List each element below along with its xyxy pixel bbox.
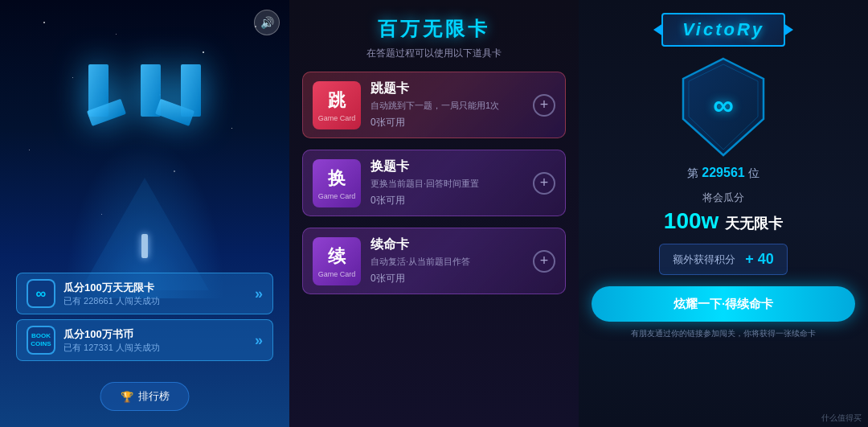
change-card-info: 换题卡 更换当前题目·回答时间重置 0张可用	[371, 158, 523, 207]
card2-title: 瓜分100万书币	[63, 327, 247, 342]
infinity-icon: ∞	[36, 285, 47, 302]
card2-subtitle: 已有 127331 人闯关成功	[63, 342, 247, 354]
prize-amount: 100w	[664, 208, 719, 233]
card1-subtitle: 已有 228661 人闯关成功	[63, 295, 247, 307]
card1-title: 瓜分100万天无限卡	[63, 281, 247, 295]
infinity-icon-box: ∞	[27, 279, 55, 308]
revive-card-count: 0张可用	[371, 272, 523, 285]
revive-card-desc: 自动复活·从当前题目作答	[371, 256, 523, 268]
speaker-button[interactable]: 🔊	[254, 10, 280, 35]
prize-value-display: 100w 天无限卡	[664, 208, 783, 234]
prize-value-text: 100w 天无限卡	[664, 208, 783, 233]
book-coins-icon: BOOKCOINS	[31, 332, 51, 347]
mid-title: 百万无限卡	[378, 16, 490, 42]
extra-score-box: 额外获得积分 + 40	[659, 244, 788, 275]
skip-card-icon-box: 跳 Game Card	[313, 81, 361, 129]
shield-container: ∞	[675, 55, 772, 159]
change-char: 换	[328, 166, 346, 191]
revive-card-name: 续命卡	[371, 236, 523, 253]
prize-suffix: 天无限卡	[725, 216, 783, 232]
revive-card-icon-box: 续 Game Card	[313, 237, 361, 285]
svg-text:∞: ∞	[713, 88, 734, 121]
action-btn-label: 炫耀一下·得续命卡	[674, 297, 773, 312]
speaker-icon: 🔊	[260, 16, 274, 29]
right-panel: VictoRy ∞ 第 229561 位 将会瓜分 100w	[579, 0, 868, 427]
arrow-icon: »	[255, 285, 263, 302]
skip-card-count: 0张可用	[371, 116, 523, 129]
change-card-icon-box: 换 Game Card	[313, 159, 361, 207]
rank-prefix: 第	[687, 166, 698, 179]
book-coin-button[interactable]: BOOKCOINS 瓜分100万书币 已有 127331 人闯关成功 »	[16, 319, 273, 361]
revive-card-label: Game Card	[318, 270, 356, 278]
skip-add-button[interactable]: +	[533, 94, 555, 117]
rank-display: 第 229561 位	[687, 166, 759, 181]
watermark: 什么值得买	[821, 413, 862, 424]
skip-card-desc: 自动跳到下一题，一局只能用1次	[371, 100, 523, 112]
revive-card-info: 续命卡 自动复活·从当前题目作答 0张可用	[371, 236, 523, 285]
action-button[interactable]: 炫耀一下·得续命卡	[592, 286, 855, 322]
extra-value: + 40	[745, 251, 774, 268]
revive-add-button[interactable]: +	[533, 250, 555, 273]
card1-text: 瓜分100万天无限卡 已有 228661 人闯关成功	[63, 281, 247, 307]
change-card-name: 换题卡	[371, 158, 523, 175]
rank-button[interactable]: 🏆 排行榜	[100, 382, 190, 411]
trophy-icon: 🏆	[121, 391, 133, 403]
unlimited-card-button[interactable]: ∞ 瓜分100万天无限卡 已有 228661 人闯关成功 »	[16, 273, 273, 314]
bottom-note: 有朋友通过你的链接参加闯关，你将获得一张续命卡	[631, 328, 816, 339]
rank-suffix: 位	[748, 166, 760, 179]
skip-char: 跳	[328, 88, 346, 113]
rank-label: 排行榜	[138, 389, 170, 404]
arrow-icon-2: »	[255, 332, 263, 349]
rank-number: 229561	[702, 166, 744, 179]
change-add-button[interactable]: +	[533, 172, 555, 195]
revive-card[interactable]: 续 Game Card 续命卡 自动复活·从当前题目作答 0张可用 +	[302, 228, 566, 294]
card2-text: 瓜分100万书币 已有 127331 人闯关成功	[63, 327, 247, 354]
extra-label: 额外获得积分	[673, 253, 735, 267]
skip-card[interactable]: 跳 Game Card 跳题卡 自动跳到下一题，一局只能用1次 0张可用 +	[302, 72, 566, 138]
left-panel: 🔊 ∞ 瓜分100万天无限卡 已有 228661 人闯关成功 » BOOKCOI…	[0, 0, 289, 427]
change-card[interactable]: 换 Game Card 换题卡 更换当前题目·回答时间重置 0张可用 +	[302, 150, 566, 216]
shield-icon: ∞	[675, 55, 772, 159]
prize-label-text: 将会瓜分	[702, 191, 744, 203]
victory-text: VictoRy	[682, 19, 764, 39]
change-card-desc: 更换当前题目·回答时间重置	[371, 178, 523, 190]
book-coin-icon-box: BOOKCOINS	[27, 326, 55, 355]
skip-card-info: 跳题卡 自动跳到下一题，一局只能用1次 0张可用	[371, 80, 523, 129]
change-card-label: Game Card	[318, 192, 356, 200]
middle-panel: 百万无限卡 在答题过程可以使用以下道具卡 跳 Game Card 跳题卡 自动跳…	[289, 0, 579, 427]
victory-banner: VictoRy	[661, 13, 785, 47]
revive-char: 续	[328, 244, 346, 269]
skip-card-name: 跳题卡	[371, 80, 523, 97]
mid-subtitle: 在答题过程可以使用以下道具卡	[366, 47, 502, 60]
w-logo	[80, 64, 209, 129]
skip-card-label: Game Card	[318, 114, 356, 122]
change-card-count: 0张可用	[371, 194, 523, 207]
prize-label: 将会瓜分	[702, 191, 744, 205]
figure-silhouette	[141, 234, 148, 258]
